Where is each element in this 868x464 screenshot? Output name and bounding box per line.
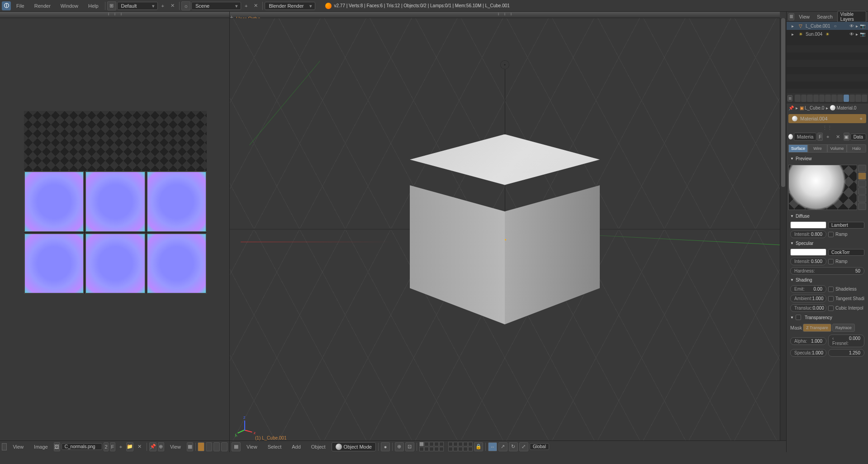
transparency-enable-check[interactable]	[796, 315, 801, 320]
type-volume[interactable]: Volume	[827, 144, 847, 153]
diffuse-color[interactable]	[790, 221, 826, 229]
expand-icon[interactable]: ▸	[789, 23, 796, 29]
uv-menu-view2[interactable]: View	[166, 443, 185, 451]
manipulator-scale[interactable]: ⤢	[519, 442, 528, 451]
menu-help[interactable]: Help	[84, 2, 103, 10]
tab-render-layers[interactable]	[801, 95, 806, 102]
uv-menu-view[interactable]: View	[8, 443, 28, 451]
tab-physics[interactable]	[862, 95, 867, 102]
cube-object[interactable]	[410, 134, 600, 325]
editor-type-icon[interactable]: ≡	[787, 95, 792, 101]
preview-world[interactable]	[858, 203, 866, 210]
preview-panel-header[interactable]: Preview	[787, 154, 868, 163]
emit-field[interactable]: Emit:0.00	[790, 285, 826, 293]
pivot-icon[interactable]: ⊕	[395, 442, 404, 451]
expand-icon[interactable]: ▸	[789, 31, 796, 37]
diffuse-shader-dropdown[interactable]: Lambert	[828, 222, 864, 229]
lock-layers-icon[interactable]: 🔒	[474, 442, 483, 451]
hardness-field[interactable]: Hardness:50	[790, 267, 864, 275]
fresnel-field[interactable]: ‹ Fresnel:0.000	[828, 335, 864, 347]
type-halo[interactable]: Halo	[847, 144, 866, 153]
fake-user-button[interactable]: F	[817, 133, 823, 141]
material-name-field[interactable]: Materia	[794, 133, 817, 141]
scene-dropdown[interactable]: Scene	[191, 2, 241, 10]
specular-shader-dropdown[interactable]: CookTorr	[828, 249, 864, 256]
lamp-object[interactable]	[500, 60, 509, 69]
outliner-menu-view[interactable]: View	[796, 13, 812, 20]
viewport-scrollbar[interactable]	[780, 18, 786, 440]
layer-buttons[interactable]	[419, 442, 444, 451]
tab-constraints[interactable]	[825, 95, 830, 102]
pin-icon[interactable]: 📌	[149, 442, 157, 451]
image-name-field[interactable]: C_normals.png	[62, 443, 102, 450]
3d-viewport[interactable]: + User Ortho Meters (1) L_Cube.001	[230, 12, 787, 452]
mode-dropdown[interactable]: Object Mode	[332, 442, 376, 451]
manipulator-toggle[interactable]: ↔	[488, 442, 497, 451]
screen-layout-dropdown[interactable]: Default	[117, 2, 158, 10]
type-surface[interactable]: Surface	[788, 144, 808, 153]
preview-cube[interactable]	[858, 180, 866, 187]
link-dropdown[interactable]: Data	[850, 134, 866, 140]
cubic-check[interactable]	[828, 306, 834, 311]
tab-particles[interactable]	[855, 95, 861, 102]
tab-world[interactable]	[813, 95, 819, 102]
image-browse-icon[interactable]: 🖼	[54, 442, 60, 451]
material-add-button[interactable]: +	[824, 134, 832, 139]
render-engine-dropdown[interactable]: Blender Render	[265, 2, 315, 10]
preview-sphere[interactable]	[858, 172, 866, 180]
shading-panel-header[interactable]: Shading	[787, 276, 868, 284]
layout-remove-button[interactable]: ✕	[168, 3, 177, 9]
specular-intensity[interactable]: Intensit:0.500	[790, 258, 826, 265]
blend-field[interactable]: 1.250	[828, 349, 864, 357]
manipulator-translate[interactable]: ↗	[498, 442, 508, 451]
ztransparency-button[interactable]: Z Transpare	[803, 324, 831, 332]
uv-mode-4[interactable]	[221, 442, 228, 451]
vp-menu-object[interactable]: Object	[307, 443, 330, 451]
tab-data[interactable]	[837, 95, 843, 102]
specular-panel-header[interactable]: Specular	[787, 239, 868, 248]
uv-mode-1[interactable]	[198, 442, 204, 451]
material-browse-icon[interactable]	[788, 134, 793, 139]
uv-mode-3[interactable]	[213, 442, 220, 451]
image-unlink-button[interactable]: ✕	[135, 444, 144, 450]
render-icon[interactable]: 📷	[860, 24, 865, 29]
layout-icon[interactable]: ⊞	[107, 1, 116, 10]
specular-alpha-field[interactable]: Specula:1.000	[790, 349, 826, 357]
scene-icon[interactable]: ☼	[181, 1, 190, 10]
nodes-button[interactable]: ▣	[844, 133, 849, 141]
preview-hair[interactable]	[858, 195, 866, 202]
vp-menu-view[interactable]: View	[242, 443, 262, 451]
3d-scene[interactable]	[230, 18, 780, 440]
specular-color[interactable]	[790, 249, 826, 256]
menu-file[interactable]: File	[12, 2, 29, 10]
scene-remove-button[interactable]: ✕	[251, 3, 261, 9]
shadeless-check[interactable]	[828, 287, 834, 292]
outliner-item-sun[interactable]: ▸ ☀ Sun.004 ☀ 👁 ▸ 📷	[787, 30, 868, 38]
slot-list-grip[interactable]: ⋮⋮	[787, 125, 868, 131]
diffuse-intensity[interactable]: Intensit:0.800	[790, 230, 826, 238]
editor-type-icon[interactable]	[2, 443, 7, 450]
slot-add-button[interactable]: +	[860, 116, 863, 121]
tab-scene[interactable]	[807, 95, 812, 102]
pivot-icon[interactable]: ⊕	[158, 442, 164, 451]
tab-object[interactable]	[819, 95, 825, 102]
preview-monkey[interactable]	[858, 187, 866, 195]
tab-modifiers[interactable]	[831, 95, 837, 102]
tangent-check[interactable]	[828, 296, 834, 301]
manipulator-rotate[interactable]: ↻	[509, 442, 518, 451]
specular-ramp-check[interactable]	[828, 259, 834, 264]
alpha-field[interactable]: Alpha:1.000	[790, 337, 826, 345]
toolbar-toggle-icon[interactable]: +	[230, 14, 234, 18]
image-open-button[interactable]: 📁	[126, 442, 133, 451]
breadcrumb-material[interactable]: Material.0	[836, 105, 856, 110]
shading-solid-icon[interactable]: ●	[381, 442, 390, 451]
pin-icon[interactable]: 📌	[788, 105, 794, 110]
orientation-dropdown[interactable]: Global	[530, 443, 549, 450]
translucency-field[interactable]: Transluc:0.000	[790, 304, 826, 312]
tab-texture[interactable]	[849, 95, 855, 102]
outliner-filter-dropdown[interactable]: Visible Layers	[837, 11, 866, 23]
tab-render[interactable]	[795, 95, 800, 102]
preview-flat[interactable]	[858, 165, 866, 172]
uv-canvas[interactable]	[0, 12, 229, 440]
uv-area-header[interactable]	[0, 12, 229, 18]
